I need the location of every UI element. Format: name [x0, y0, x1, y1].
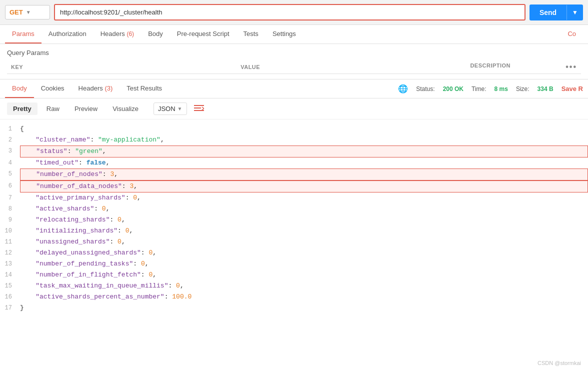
format-chevron-icon: ▼ — [178, 106, 182, 112]
size-label: Size: — [516, 86, 530, 92]
headers-badge: (6) — [126, 30, 134, 38]
method-chevron-icon: ▼ — [26, 10, 31, 15]
params-table: KEY VALUE DESCRIPTION ••• — [7, 60, 581, 74]
json-line: 4 "timed_out": false, — [0, 158, 588, 168]
time-label: Time: — [472, 86, 486, 92]
status-label: Status: — [416, 86, 434, 92]
tab-cookies-req[interactable]: Co — [560, 25, 583, 44]
format-type-label: JSON — [158, 105, 176, 112]
send-label: Send — [530, 4, 566, 20]
time-value: 8 ms — [494, 86, 508, 92]
json-line: 7 "active_primary_shards": 0, — [0, 192, 588, 204]
fmt-pretty[interactable]: Pretty — [7, 102, 38, 115]
format-type-select[interactable]: JSON ▼ — [154, 102, 187, 115]
query-params-title: Query Params — [7, 49, 581, 56]
fmt-raw[interactable]: Raw — [40, 102, 66, 115]
json-line: 13 "number_of_pending_tasks": 0, — [0, 258, 588, 270]
top-bar: GET ▼ Send ▼ — [0, 0, 588, 25]
status-value: 200 OK — [443, 86, 464, 92]
fmt-visualize[interactable]: Visualize — [106, 102, 144, 115]
request-tabs: Params Authorization Headers (6) Body Pr… — [0, 25, 588, 44]
tab-body[interactable]: Body — [141, 25, 170, 44]
resp-headers-badge: (3) — [104, 84, 112, 92]
col-description: DESCRIPTION ••• — [466, 60, 581, 74]
query-params-section: Query Params KEY VALUE DESCRIPTION ••• — [0, 44, 588, 80]
tab-params[interactable]: Params — [5, 25, 42, 44]
save-response-button[interactable]: Save R — [562, 85, 583, 92]
globe-icon[interactable]: 🌐 — [398, 84, 408, 94]
json-line: 11 "unassigned_shards": 0, — [0, 236, 588, 248]
size-value: 334 B — [538, 86, 554, 92]
resp-tab-body[interactable]: Body — [5, 80, 34, 98]
resp-tab-headers[interactable]: Headers (3) — [72, 80, 120, 98]
json-line: 15 "task_max_waiting_in_queue_millis": 0… — [0, 280, 588, 292]
method-select[interactable]: GET ▼ — [5, 5, 50, 20]
wrap-icon[interactable] — [194, 104, 204, 114]
svg-rect-0 — [194, 105, 204, 106]
json-viewer: 1{2 "cluster_name": "my-application",3 "… — [0, 120, 588, 367]
url-input[interactable] — [54, 4, 526, 20]
more-icon[interactable]: ••• — [566, 62, 577, 72]
resp-tab-test-results[interactable]: Test Results — [120, 80, 169, 98]
col-key: KEY — [7, 60, 236, 74]
json-line: 3 "status": "green", — [0, 146, 588, 158]
response-status-area: 🌐 Status: 200 OK Time: 8 ms Size: 334 B … — [398, 84, 583, 94]
json-line: 14 "number_of_in_flight_fetch": 0, — [0, 270, 588, 280]
resp-tab-cookies[interactable]: Cookies — [34, 80, 72, 98]
col-value: VALUE — [236, 60, 466, 74]
json-line: 8 "active_shards": 0, — [0, 204, 588, 214]
json-line: 5 "number_of_nodes": 3, — [0, 168, 588, 180]
tab-headers[interactable]: Headers (6) — [94, 25, 141, 44]
format-bar: Pretty Raw Preview Visualize JSON ▼ — [0, 98, 588, 120]
json-line: 17} — [0, 302, 588, 314]
method-label: GET — [10, 8, 23, 16]
json-line: 6 "number_of_data_nodes": 3, — [0, 180, 588, 192]
json-line: 9 "relocating_shards": 0, — [0, 214, 588, 226]
json-line: 16 "active_shards_percent_as_number": 10… — [0, 292, 588, 302]
json-line: 12 "delayed_unassigned_shards": 0, — [0, 248, 588, 258]
response-tabs: Body Cookies Headers (3) Test Results 🌐 … — [0, 80, 588, 98]
svg-rect-1 — [194, 108, 201, 108]
json-line: 2 "cluster_name": "my-application", — [0, 134, 588, 146]
wrap-lines-icon — [194, 104, 204, 112]
response-section: Body Cookies Headers (3) Test Results 🌐 … — [0, 80, 588, 367]
fmt-preview[interactable]: Preview — [68, 102, 104, 115]
tab-prerequest[interactable]: Pre-request Script — [170, 25, 236, 44]
send-button[interactable]: Send ▼ — [530, 4, 583, 20]
tab-authorization[interactable]: Authorization — [42, 25, 94, 44]
send-arrow-icon[interactable]: ▼ — [566, 5, 583, 20]
json-line: 10 "initializing_shards": 0, — [0, 226, 588, 236]
json-line: 1{ — [0, 124, 588, 134]
tab-settings[interactable]: Settings — [266, 25, 303, 44]
watermark: CSDN @stormkai — [538, 360, 581, 366]
tab-tests[interactable]: Tests — [236, 25, 266, 44]
svg-rect-2 — [194, 110, 204, 111]
